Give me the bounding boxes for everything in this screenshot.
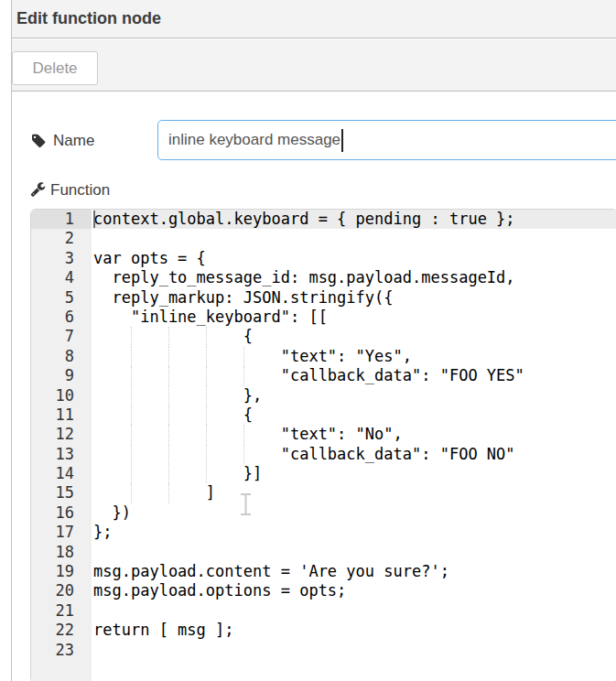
- indent-guide: [131, 464, 132, 483]
- code-editor[interactable]: 1234567891011121314151617181920212223 co…: [30, 209, 616, 681]
- name-input[interactable]: inline keyboard message: [157, 120, 616, 160]
- indent-guide: [131, 366, 132, 385]
- editor-gutter: 1234567891011121314151617181920212223: [31, 210, 92, 681]
- tray-left-border: [11, 0, 12, 681]
- code-line[interactable]: };: [93, 523, 616, 542]
- page-title: Edit function node: [12, 0, 616, 38]
- indent-guide: [168, 464, 169, 483]
- gutter-line-number: 22: [31, 621, 92, 640]
- indent-guide: [168, 347, 169, 366]
- code-line[interactable]: ]: [93, 483, 616, 503]
- code-line[interactable]: },: [93, 386, 616, 405]
- gutter-line-number: 8: [31, 347, 92, 366]
- code-line[interactable]: "text": "No",: [93, 425, 616, 444]
- gutter-line-number: 17: [31, 523, 92, 542]
- gutter-line-number: 4: [31, 268, 92, 287]
- delete-button[interactable]: Delete: [12, 51, 98, 85]
- indent-guide: [131, 425, 132, 444]
- code-line[interactable]: context.global.keyboard = { pending : tr…: [93, 210, 616, 229]
- indent-guide: [168, 366, 169, 385]
- gutter-line-number: 16: [31, 503, 92, 523]
- code-line[interactable]: }]: [93, 464, 616, 483]
- editor-text-cursor: [93, 211, 95, 228]
- dialog-toolbar: Delete: [12, 39, 616, 92]
- gutter-line-number: 12: [31, 425, 92, 444]
- indent-guide: [168, 386, 169, 405]
- edit-function-node-dialog: Edit function node Delete Name inline ke…: [0, 0, 616, 681]
- indent-guide: [206, 405, 207, 425]
- indent-guide: [206, 445, 207, 464]
- dialog-header: Edit function node: [12, 0, 616, 38]
- code-line[interactable]: {: [93, 327, 616, 346]
- indent-guide: [168, 425, 169, 444]
- input-text-caret: [341, 129, 343, 152]
- name-input-value: inline keyboard message: [168, 131, 340, 149]
- code-line[interactable]: }): [93, 503, 616, 523]
- tag-icon: [32, 133, 48, 148]
- gutter-line-number: 6: [31, 308, 92, 327]
- indent-guide: [243, 366, 244, 385]
- editor-code-area[interactable]: context.global.keyboard = { pending : tr…: [92, 210, 616, 681]
- gutter-line-number: 2: [31, 229, 92, 248]
- gutter-line-number: 14: [31, 464, 92, 483]
- gutter-line-number: 7: [31, 327, 92, 346]
- indent-guide: [243, 445, 244, 464]
- indent-guide: [131, 445, 132, 464]
- code-line[interactable]: msg.payload.content = 'Are you sure?';: [93, 562, 616, 581]
- function-field-label: Function: [50, 181, 110, 200]
- code-line[interactable]: [93, 601, 616, 621]
- gutter-line-number: 1: [31, 210, 92, 229]
- indent-guide: [168, 483, 169, 503]
- gutter-line-number: 15: [31, 483, 92, 503]
- gutter-line-number: 13: [31, 445, 92, 464]
- name-field-label: Name: [53, 132, 94, 150]
- indent-guide: [131, 386, 132, 405]
- indent-guide: [131, 327, 132, 346]
- code-line[interactable]: [93, 641, 616, 660]
- code-line[interactable]: [93, 229, 616, 248]
- indent-guide: [168, 405, 169, 425]
- indent-guide: [168, 445, 169, 464]
- gutter-line-number: 23: [31, 641, 92, 660]
- indent-guide: [168, 327, 169, 346]
- gutter-line-number: 9: [31, 366, 92, 385]
- gutter-line-number: 5: [31, 288, 92, 308]
- code-line[interactable]: "callback_data": "FOO NO": [93, 445, 616, 464]
- indent-guide: [131, 347, 132, 366]
- mouse-ibeam-cursor: [238, 492, 254, 516]
- gutter-line-number: 11: [31, 405, 92, 425]
- code-line[interactable]: return [ msg ];: [93, 621, 616, 640]
- gutter-line-number: 3: [31, 249, 92, 268]
- gutter-line-number: 10: [31, 386, 92, 405]
- code-line[interactable]: {: [93, 405, 616, 425]
- indent-guide: [131, 405, 132, 425]
- code-line[interactable]: msg.payload.options = opts;: [93, 581, 616, 600]
- indent-guide: [206, 386, 207, 405]
- indent-guide: [206, 347, 207, 366]
- indent-guide: [243, 347, 244, 366]
- code-line[interactable]: "text": "Yes",: [93, 347, 616, 366]
- code-line[interactable]: "inline_keyboard": [[: [93, 308, 616, 327]
- code-line[interactable]: reply_to_message_id: msg.payload.message…: [93, 268, 616, 287]
- wrench-icon: [30, 181, 46, 197]
- gutter-line-number: 19: [31, 562, 92, 581]
- indent-guide: [206, 327, 207, 346]
- code-line[interactable]: var opts = {: [93, 249, 616, 268]
- code-line[interactable]: "callback_data": "FOO YES": [93, 366, 616, 385]
- gutter-line-number: 20: [31, 581, 92, 600]
- indent-guide: [206, 366, 207, 385]
- indent-guide: [206, 464, 207, 483]
- code-line[interactable]: reply_markup: JSON.stringify({: [93, 288, 616, 308]
- indent-guide: [131, 483, 132, 503]
- indent-guide: [206, 425, 207, 444]
- indent-guide: [243, 425, 244, 444]
- code-line[interactable]: [93, 543, 616, 562]
- gutter-line-number: 21: [31, 601, 92, 621]
- gutter-line-number: 18: [31, 543, 92, 562]
